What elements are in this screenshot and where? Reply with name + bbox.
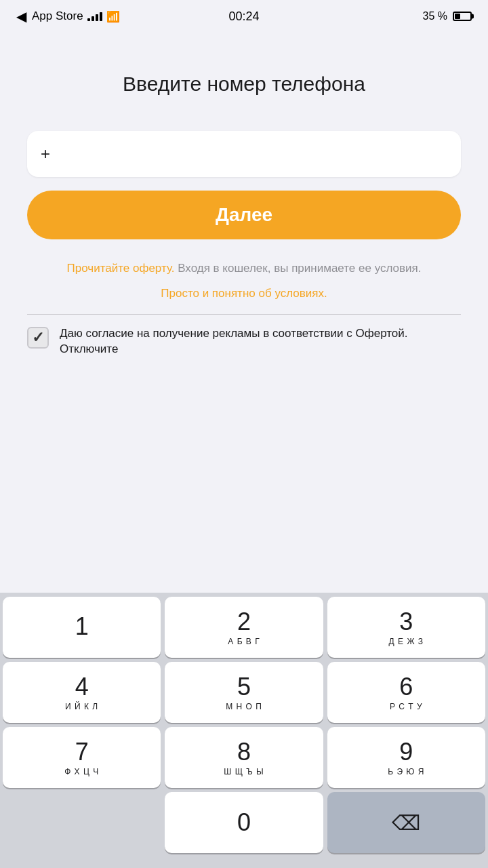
key-8[interactable]: 8 Ш Щ Ъ Ы <box>165 727 323 788</box>
status-right: 35 % <box>423 10 472 22</box>
offer-text: Прочитайте оферту. Входя в кошелек, вы п… <box>27 260 461 277</box>
consent-row: ✓ Даю согласие на получение рекламы в со… <box>27 326 461 369</box>
key-empty <box>3 792 161 853</box>
key-3-number: 3 <box>399 608 413 635</box>
offer-link[interactable]: Прочитайте оферту. <box>67 262 175 275</box>
key-4[interactable]: 4 И Й К Л <box>3 662 161 723</box>
key-8-number: 8 <box>237 738 251 766</box>
key-5-letters: М Н О П <box>226 702 262 711</box>
key-7[interactable]: 7 Ф Х Ц Ч <box>3 727 161 788</box>
status-left: ◀ App Store 📶 <box>16 8 120 24</box>
key-4-letters: И Й К Л <box>65 702 98 711</box>
status-bar: ◀ App Store 📶 00:24 35 % <box>0 0 488 30</box>
keyboard-row-3: 7 Ф Х Ц Ч 8 Ш Щ Ъ Ы 9 Ь Э Ю Я <box>3 727 485 788</box>
wifi-icon: 📶 <box>106 10 120 23</box>
key-6[interactable]: 6 Р С Т У <box>327 662 485 723</box>
next-button[interactable]: Далее <box>27 191 461 239</box>
key-2-number: 2 <box>237 608 251 635</box>
phone-input-wrapper[interactable]: + <box>27 131 461 177</box>
signal-bars-icon <box>87 12 102 21</box>
consent-checkbox[interactable]: ✓ <box>27 327 49 349</box>
key-2[interactable]: 2 А Б В Г <box>165 597 323 658</box>
key-1[interactable]: 1 <box>3 597 161 658</box>
key-5[interactable]: 5 М Н О П <box>165 662 323 723</box>
key-delete[interactable]: ⌫ <box>327 792 485 853</box>
key-9-number: 9 <box>399 738 413 766</box>
key-3[interactable]: 3 Д Е Ж З <box>327 597 485 658</box>
key-7-number: 7 <box>75 738 89 766</box>
key-5-number: 5 <box>237 673 251 701</box>
status-time: 00:24 <box>228 9 259 24</box>
battery-icon <box>453 12 472 21</box>
consent-label: Даю согласие на получение рекламы в соот… <box>60 326 461 358</box>
key-0-number: 0 <box>237 809 251 836</box>
checkmark-icon: ✓ <box>32 329 44 347</box>
main-content: Введите номер телефона + Далее Прочитайт… <box>0 30 488 382</box>
key-9[interactable]: 9 Ь Э Ю Я <box>327 727 485 788</box>
delete-icon: ⌫ <box>392 811 420 835</box>
keyboard-row-2: 4 И Й К Л 5 М Н О П 6 Р С Т У <box>3 662 485 723</box>
carrier-label: App Store <box>32 9 83 23</box>
key-7-letters: Ф Х Ц Ч <box>64 767 99 776</box>
offer-body: Входя в кошелек, вы принимаете ее услови… <box>178 262 421 275</box>
keyboard-row-4: 0 ⌫ <box>3 792 485 853</box>
key-9-letters: Ь Э Ю Я <box>388 767 424 776</box>
divider <box>27 314 461 315</box>
phone-prefix: + <box>41 144 50 163</box>
key-1-number: 1 <box>75 613 89 640</box>
back-arrow-icon[interactable]: ◀ <box>16 8 26 24</box>
key-2-letters: А Б В Г <box>228 637 260 646</box>
key-8-letters: Ш Щ Ъ Ы <box>224 767 264 776</box>
key-6-number: 6 <box>399 673 413 701</box>
battery-percent-label: 35 % <box>423 10 447 22</box>
page-title: Введите номер телефона <box>27 71 461 97</box>
key-6-letters: Р С Т У <box>390 702 423 711</box>
phone-input[interactable] <box>57 144 447 163</box>
key-3-letters: Д Е Ж З <box>389 637 424 646</box>
keyboard-row-1: 1 2 А Б В Г 3 Д Е Ж З <box>3 597 485 658</box>
simple-conditions-link[interactable]: Просто и понятно об условиях. <box>27 287 461 300</box>
numeric-keyboard: 1 2 А Б В Г 3 Д Е Ж З 4 И Й К Л 5 М Н О … <box>0 593 488 868</box>
key-0[interactable]: 0 <box>165 792 323 853</box>
key-4-number: 4 <box>75 673 89 701</box>
